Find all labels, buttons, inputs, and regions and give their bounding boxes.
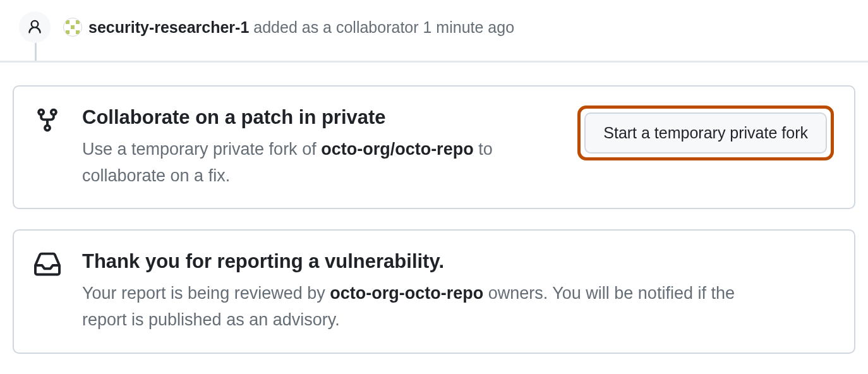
repo-name: octo-org/octo-repo [321,140,473,159]
start-private-fork-button[interactable]: Start a temporary private fork [584,112,827,154]
annotation-highlight: Start a temporary private fork [577,106,834,160]
timeline-event-text: security-researcher-1 added as a collabo… [88,18,514,37]
repo-owner-name: octo-org-octo-repo [330,284,483,303]
timeline-item: security-researcher-1 added as a collabo… [0,0,868,61]
username-link[interactable]: security-researcher-1 [88,18,249,36]
inbox-icon [34,250,64,280]
timeline-timestamp: 1 minute ago [423,18,515,36]
collaborate-title: Collaborate on a patch in private [82,106,560,130]
thank-you-description: Your report is being reviewed by octo-or… [82,280,752,334]
timeline-action: added as a collaborator [249,18,423,36]
thank-you-card: Thank you for reporting a vulnerability.… [13,229,855,353]
collaborate-card: Collaborate on a patch in private Use a … [13,85,855,209]
identicon-icon [66,20,80,34]
avatar[interactable] [63,18,82,37]
person-icon [27,19,43,35]
collaborate-description: Use a temporary private fork of octo-org… [82,136,560,190]
timeline-badge [19,11,51,43]
fork-icon [34,106,64,136]
thank-you-title: Thank you for reporting a vulnerability. [82,250,834,274]
